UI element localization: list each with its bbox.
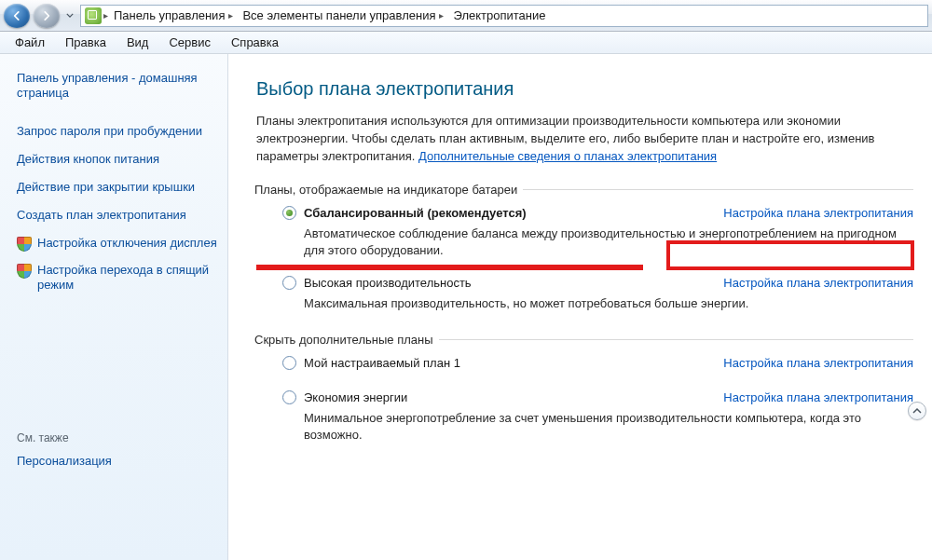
- address-bar[interactable]: ▸ Панель управления▸ Все элементы панели…: [80, 5, 928, 27]
- chevron-right-icon: ▸: [439, 10, 444, 20]
- intro-text: Планы электропитания используются для оп…: [256, 113, 913, 166]
- intro-help-link[interactable]: Дополнительные сведения о планах электро…: [418, 149, 717, 163]
- plan-name[interactable]: Мой настраиваемый план 1: [304, 356, 460, 370]
- menu-help[interactable]: Справка: [222, 34, 288, 51]
- plans-group-2: Скрыть дополнительные планы Мой настраив…: [256, 333, 913, 460]
- plan-settings-link[interactable]: Настройка плана электропитания: [723, 276, 913, 290]
- breadcrumb-label: Все элементы панели управления: [242, 8, 435, 22]
- menu-view[interactable]: Вид: [117, 34, 158, 51]
- plans-group-1: Планы, отображаемые на индикаторе батаре…: [256, 183, 913, 330]
- sidebar-link-label: Настройка отключения дисплея: [37, 236, 217, 251]
- page-title: Выбор плана электропитания: [256, 78, 913, 100]
- sidebar-link[interactable]: Действие при закрытии крышки: [17, 176, 220, 204]
- sidebar: Панель управления - домашняя страница За…: [0, 54, 228, 560]
- breadcrumb-label: Панель управления: [114, 8, 225, 22]
- plan-radio[interactable]: [282, 206, 296, 220]
- plan-settings-link[interactable]: Настройка плана электропитания: [723, 356, 913, 370]
- plan-description: Максимальная производительность, но може…: [304, 295, 913, 312]
- see-also-header: См. также: [17, 431, 220, 444]
- sidebar-link-shielded[interactable]: Настройка отключения дисплея: [17, 233, 220, 260]
- plan-settings-link[interactable]: Настройка плана электропитания: [723, 206, 913, 220]
- plan-name[interactable]: Сбалансированный (рекомендуется): [304, 206, 527, 220]
- arrow-left-icon: [10, 9, 23, 22]
- shield-icon: [17, 264, 32, 279]
- forward-button[interactable]: [34, 4, 60, 28]
- sidebar-home-link[interactable]: Панель управления - домашняя страница: [17, 67, 220, 111]
- back-button[interactable]: [4, 4, 30, 28]
- power-plan: Мой настраиваемый план 1 Настройка плана…: [282, 356, 913, 374]
- menu-bar: Файл Правка Вид Сервис Справка: [0, 32, 932, 54]
- sidebar-link[interactable]: Действия кнопок питания: [17, 148, 220, 176]
- arrow-right-icon: [40, 9, 53, 22]
- power-plan: Высокая производительность Настройка пла…: [282, 276, 913, 312]
- sidebar-link-label: Настройка перехода в спящий режим: [37, 263, 220, 294]
- control-panel-icon: [85, 7, 102, 24]
- group-legend-row: Скрыть дополнительные планы: [254, 333, 439, 347]
- chevron-right-icon: ▸: [103, 10, 108, 20]
- breadcrumb-item[interactable]: Все элементы панели управления▸: [239, 6, 447, 26]
- navigation-bar: ▸ Панель управления▸ Все элементы панели…: [0, 0, 932, 32]
- chevron-right-icon: ▸: [228, 10, 233, 20]
- breadcrumb-item[interactable]: Панель управления▸: [110, 6, 237, 26]
- plan-description: Минимальное энергопотребление за счет ум…: [304, 410, 913, 444]
- plan-description: Автоматическое соблюдение баланса между …: [304, 225, 913, 259]
- menu-edit[interactable]: Правка: [56, 34, 116, 51]
- chevron-down-icon: [66, 13, 74, 18]
- group-legend: Планы, отображаемые на индикаторе батаре…: [254, 183, 523, 197]
- collapse-group-button[interactable]: [908, 402, 926, 420]
- power-plan: Экономия энергии Настройка плана электро…: [282, 390, 913, 444]
- chevron-up-icon: [912, 406, 922, 416]
- sidebar-see-also-link[interactable]: Персонализация: [17, 450, 220, 478]
- plan-settings-link[interactable]: Настройка плана электропитания: [723, 390, 913, 404]
- content-pane: Выбор плана электропитания Планы электро…: [228, 54, 932, 560]
- shield-icon: [17, 237, 32, 252]
- plan-radio[interactable]: [282, 390, 296, 404]
- sidebar-link[interactable]: Создать план электропитания: [17, 204, 220, 232]
- plan-name[interactable]: Высокая производительность: [304, 276, 472, 290]
- history-dropdown[interactable]: [63, 4, 76, 28]
- group-legend: Скрыть дополнительные планы: [254, 333, 433, 347]
- sidebar-link-shielded[interactable]: Настройка перехода в спящий режим: [17, 260, 220, 302]
- breadcrumb-label: Электропитание: [453, 8, 545, 22]
- menu-tools[interactable]: Сервис: [159, 34, 220, 51]
- menu-file[interactable]: Файл: [6, 34, 54, 51]
- power-plan: Сбалансированный (рекомендуется) Настрой…: [282, 206, 913, 259]
- sidebar-link[interactable]: Запрос пароля при пробуждении: [17, 120, 220, 148]
- breadcrumb-item[interactable]: Электропитание: [449, 6, 549, 26]
- plan-name[interactable]: Экономия энергии: [304, 390, 407, 404]
- plan-radio[interactable]: [282, 356, 296, 370]
- plan-radio[interactable]: [282, 276, 296, 290]
